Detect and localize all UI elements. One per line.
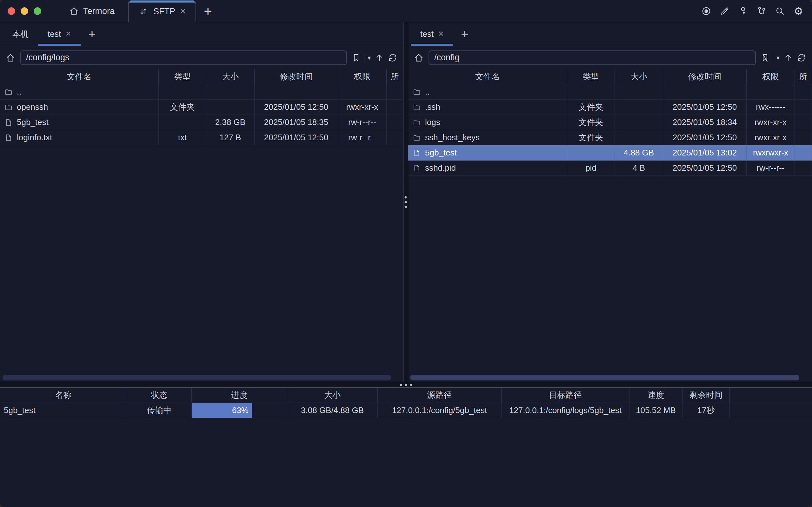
bookmark-dropdown-icon[interactable]: ▾ — [367, 54, 371, 62]
active-tab-accent — [128, 1, 196, 3]
bookmark-slash-icon[interactable] — [760, 52, 770, 63]
left-path-input[interactable] — [20, 50, 347, 65]
separator — [773, 53, 773, 63]
column-header-modified[interactable]: 修改时间 — [663, 69, 747, 84]
column-header-source[interactable]: 源路径 — [378, 388, 501, 403]
settings-gear-icon[interactable]: ⚙ — [793, 6, 804, 16]
up-directory-icon[interactable] — [374, 52, 385, 63]
column-header-size[interactable]: 大小 — [287, 388, 378, 403]
column-header-name[interactable]: 名称 — [0, 388, 127, 403]
transfer-source: 127.0.0.1:/config/5gb_test — [378, 403, 501, 418]
bottom-filler — [0, 418, 812, 507]
transfer-table-header: 名称 状态 进度 大小 源路径 目标路径 速度 剩余时间 — [0, 388, 812, 403]
split-divider-horizontal[interactable] — [0, 382, 812, 387]
column-header-filename[interactable]: 文件名 — [0, 69, 159, 84]
right-tab-test[interactable]: test ✕ — [411, 22, 453, 46]
right-table-header: 文件名 类型 大小 修改时间 权限 所 — [408, 69, 812, 84]
left-tab-test[interactable]: test ✕ — [38, 22, 80, 46]
column-header-status[interactable]: 状态 — [127, 388, 192, 403]
sftp-tab-label: SFTP — [153, 7, 175, 16]
table-row[interactable]: .ssh 文件夹 2025/01/05 12:50 rwx------ — [408, 100, 812, 115]
column-header-size[interactable]: 大小 — [615, 69, 663, 84]
column-header-permissions[interactable]: 权限 — [747, 69, 795, 84]
new-window-tab-button[interactable]: + — [196, 0, 220, 22]
refresh-icon[interactable] — [796, 52, 807, 63]
minimize-window-button[interactable] — [21, 7, 28, 15]
main-split: 本机 test ✕ + ▾ — [0, 22, 812, 382]
right-add-tab-button[interactable]: + — [453, 22, 476, 46]
right-path-actions: ▾ — [760, 52, 807, 63]
column-header-remaining[interactable]: 剩余时间 — [683, 388, 730, 403]
zoom-window-button[interactable] — [34, 7, 41, 15]
column-header-owner[interactable]: 所 — [795, 69, 812, 84]
transfer-panel: 名称 状态 进度 大小 源路径 目标路径 速度 剩余时间 5gb_test 传输… — [0, 387, 812, 507]
column-header-progress[interactable]: 进度 — [192, 388, 287, 403]
left-path-actions: ▾ — [351, 52, 398, 63]
branch-icon[interactable] — [756, 6, 767, 16]
close-left-tab-icon[interactable]: ✕ — [65, 31, 71, 38]
bookmark-icon[interactable] — [351, 52, 362, 63]
column-header-size[interactable]: 大小 — [206, 69, 255, 84]
folder-icon — [4, 88, 13, 96]
up-directory-icon[interactable] — [783, 52, 794, 63]
transfer-empty-cell — [730, 403, 812, 418]
column-header-owner[interactable]: 所 — [387, 69, 403, 84]
left-pane-tabbar: 本机 test ✕ + — [0, 22, 403, 46]
table-row[interactable]: 5gb_test 2.38 GB 2025/01/05 18:35 rw-r--… — [0, 115, 403, 130]
transfer-progress-bar: 63% — [192, 403, 287, 418]
left-add-tab-button[interactable]: + — [80, 22, 103, 46]
home-icon — [68, 6, 79, 16]
transfer-row[interactable]: 5gb_test 传输中 63% 3.08 GB/4.88 GB 127.0.0… — [0, 403, 812, 418]
close-sftp-tab-icon[interactable]: ✕ — [180, 8, 186, 15]
column-header-target[interactable]: 目标路径 — [501, 388, 630, 403]
table-row[interactable]: ssh_host_keys 文件夹 2025/01/05 12:50 rwxr-… — [408, 130, 812, 145]
search-icon[interactable] — [774, 6, 785, 16]
column-header-permissions[interactable]: 权限 — [338, 69, 387, 84]
folder-icon — [413, 88, 421, 96]
key-icon[interactable] — [738, 6, 749, 16]
right-file-pane: test ✕ + ▾ — [408, 22, 812, 382]
right-horizontal-scrollbar[interactable] — [410, 375, 799, 380]
table-row[interactable]: sshd.pid pid 4 B 2025/01/05 12:50 rw-r--… — [408, 161, 812, 176]
transfer-name: 5gb_test — [0, 403, 127, 418]
column-header-type[interactable]: 类型 — [159, 69, 206, 84]
right-path-bar: ▾ — [408, 46, 812, 69]
edit-pencil-icon[interactable] — [719, 6, 730, 16]
column-header-empty — [730, 388, 812, 403]
right-home-icon[interactable] — [413, 52, 425, 64]
tab-termora-home[interactable]: Termora — [60, 0, 123, 22]
column-header-type[interactable]: 类型 — [567, 69, 615, 84]
split-divider-vertical[interactable] — [403, 22, 408, 382]
column-header-speed[interactable]: 速度 — [630, 388, 683, 403]
folder-icon — [413, 103, 421, 111]
transfer-target: 127.0.0.1:/config/logs/5gb_test — [501, 403, 630, 418]
left-tab-local[interactable]: 本机 — [3, 22, 38, 46]
transfer-size: 3.08 GB/4.88 GB — [287, 403, 378, 418]
table-row[interactable]: .. — [0, 84, 403, 100]
table-row[interactable]: loginfo.txt txt 127 B 2025/01/05 12:50 r… — [0, 130, 403, 145]
left-home-icon[interactable] — [4, 52, 16, 64]
left-tab-local-label: 本机 — [12, 29, 29, 40]
folder-icon — [413, 118, 421, 127]
table-row[interactable]: .. — [408, 84, 812, 100]
table-row[interactable]: openssh 文件夹 2025/01/05 12:50 rwxr-xr-x — [0, 100, 403, 115]
folder-icon — [4, 103, 13, 111]
divider-drag-handle-icon — [400, 384, 412, 386]
close-window-button[interactable] — [8, 7, 15, 15]
record-icon[interactable] — [701, 6, 712, 16]
column-header-modified[interactable]: 修改时间 — [255, 69, 338, 84]
transfer-remaining: 17秒 — [683, 403, 730, 418]
tab-sftp[interactable]: SFTP ✕ — [128, 0, 196, 22]
left-path-bar: ▾ — [0, 46, 403, 69]
left-horizontal-scrollbar[interactable] — [3, 375, 391, 380]
right-pane-tabbar: test ✕ + — [408, 22, 812, 46]
refresh-icon[interactable] — [387, 52, 398, 63]
right-path-input[interactable] — [429, 50, 756, 65]
table-row[interactable]: logs 文件夹 2025/01/05 18:34 rwxr-xr-x — [408, 115, 812, 130]
column-header-filename[interactable]: 文件名 — [408, 69, 567, 84]
close-right-tab-icon[interactable]: ✕ — [438, 31, 444, 38]
table-row-selected[interactable]: 5gb_test 4.88 GB 2025/01/05 13:02 rwxrwx… — [408, 145, 812, 161]
bookmark-dropdown-icon[interactable]: ▾ — [776, 54, 780, 62]
progress-fill: 63% — [192, 403, 252, 418]
progress-label: 63% — [232, 405, 249, 415]
